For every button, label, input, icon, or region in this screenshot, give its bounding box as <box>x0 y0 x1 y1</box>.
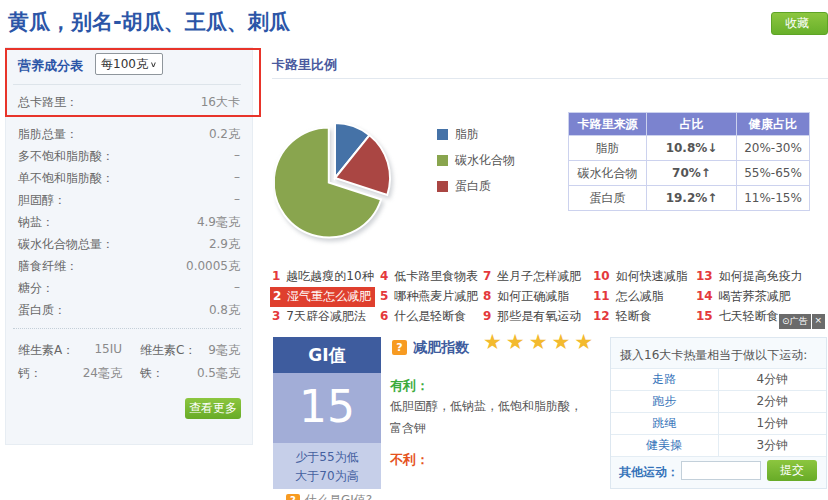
column-header: 占比 <box>647 113 737 136</box>
ad-overlay: ⊙广告 × <box>779 314 825 329</box>
exercise-duration: 4分钟 <box>718 369 826 391</box>
pie-legend: 脂肪 碳水化合物 蛋白质 <box>437 126 515 204</box>
quick-link[interactable]: 9那些是有氧运动 <box>483 308 581 325</box>
question-icon[interactable]: ? <box>392 340 407 355</box>
what-is-gi-text: 什么是GI值? <box>305 492 372 500</box>
percent-cell: 10.8%↓ <box>647 136 737 161</box>
exercise-duration: 3分钟 <box>718 435 826 457</box>
healthy-cell: 55%-65% <box>737 161 810 186</box>
quick-link-highlighted[interactable]: 2湿气重怎么减肥 <box>270 287 375 307</box>
table-row: 脂肪 10.8%↓ 20%-30% <box>569 136 810 161</box>
percent-value: 19.2% <box>666 191 708 205</box>
quick-link[interactable]: 5哪种燕麦片减肥 <box>380 288 478 305</box>
exercise-row: 跑步 2分钟 <box>611 391 826 413</box>
quick-link[interactable]: 4低卡路里食物表 <box>380 268 478 285</box>
nutrient-row: 蛋白质：0.8克 <box>18 302 240 319</box>
row-label: 维生素A： <box>18 342 74 359</box>
calorie-pie-chart <box>275 108 410 248</box>
other-exercise-row: 其他运动： 提交 <box>611 456 826 488</box>
exercise-name-link[interactable]: 跳绳 <box>611 413 718 435</box>
row-label: 多不饱和脂肪酸： <box>18 148 114 165</box>
divider <box>13 84 241 85</box>
link-text: 坐月子怎样减肥 <box>497 269 581 283</box>
ad-close-icon[interactable]: × <box>812 314 826 329</box>
percent-value: 10.8% <box>666 141 708 155</box>
view-more-button[interactable]: 查看更多 <box>185 398 241 419</box>
table-header-row: 卡路里来源 占比 健康占比 <box>569 113 810 136</box>
link-number: 3 <box>272 309 280 323</box>
row-label: 铁： <box>140 365 164 382</box>
legend-label: 蛋白质 <box>455 178 491 195</box>
nutrient-row: 脂肪总量：0.2克 <box>18 126 240 143</box>
legend-label: 碳水化合物 <box>455 152 515 169</box>
quick-link[interactable]: 14喝苦荞茶减肥 <box>696 288 791 305</box>
row-value: 0.0005克 <box>186 258 240 275</box>
pros-text: 富含钾 <box>390 420 426 437</box>
exercise-name-link[interactable]: 走路 <box>611 369 718 391</box>
nutrient-row: 膳食纤维：0.0005克 <box>18 258 240 275</box>
row-value: – <box>234 280 240 297</box>
source-cell: 碳水化合物 <box>569 161 647 186</box>
other-exercise-input[interactable] <box>681 461 761 480</box>
pros-text: 低胆固醇，低钠盐，低饱和脂肪酸， <box>390 398 582 415</box>
quick-link[interactable]: 10如何快速减脂 <box>593 268 688 285</box>
healthy-cell: 11%-15% <box>737 186 810 211</box>
legend-swatch-protein <box>437 181 448 192</box>
row-label: 碳水化合物总量： <box>18 236 114 253</box>
link-text: 那些是有氧运动 <box>497 309 581 323</box>
ad-eye-icon: ⊙ <box>782 316 790 326</box>
row-value: – <box>234 192 240 209</box>
link-text: 如何正确减脂 <box>497 289 569 303</box>
row-value: 15IU <box>94 342 122 359</box>
pros-label: 有利： <box>390 377 429 395</box>
other-exercise-label: 其他运动： <box>619 464 679 481</box>
gi-note-high: 大于70为高 <box>273 467 381 486</box>
row-value: 24毫克 <box>83 365 122 382</box>
quick-link[interactable]: 13如何提高免疫力 <box>696 268 803 285</box>
percent-value: 70% <box>672 166 701 180</box>
quick-link[interactable]: 1越吃越瘦的10种 <box>272 268 374 285</box>
gi-value: 15 <box>273 373 381 443</box>
column-header: 卡路里来源 <box>569 113 647 136</box>
link-text: 如何快速减脂 <box>616 269 688 283</box>
what-is-gi-link[interactable]: ? 什么是GI值? <box>286 492 372 500</box>
nutrition-panel-title: 营养成分表 <box>18 57 83 75</box>
quick-link[interactable]: 15七天轻断食 <box>696 308 779 325</box>
row-label: 钙： <box>18 365 42 382</box>
unit-select[interactable]: 每100克 ∨ <box>95 53 163 75</box>
link-number: 1 <box>272 269 280 283</box>
row-value: – <box>234 148 240 165</box>
legend-item-fat: 脂肪 <box>437 126 515 143</box>
legend-swatch-fat <box>437 129 448 140</box>
percent-cell: 19.2%↑ <box>647 186 737 211</box>
quick-link[interactable]: 7坐月子怎样减肥 <box>483 268 581 285</box>
link-number: 10 <box>593 269 610 283</box>
exercise-name-link[interactable]: 跑步 <box>611 391 718 413</box>
link-number: 11 <box>593 289 610 303</box>
exercise-panel-title: 摄入16大卡热量相当于做以下运动: <box>620 347 807 364</box>
micro-row: 维生素A： 15IU <box>18 342 122 359</box>
quick-link[interactable]: 12轻断食 <box>593 308 652 325</box>
exercise-name-link[interactable]: 健美操 <box>611 435 718 457</box>
divider <box>272 78 828 79</box>
quick-link[interactable]: 6什么是轻断食 <box>380 308 466 325</box>
link-number: 7 <box>483 269 491 283</box>
submit-button[interactable]: 提交 <box>767 460 817 481</box>
favorite-button[interactable]: 收藏我 <box>771 12 828 35</box>
link-text: 如何提高免疫力 <box>719 269 803 283</box>
link-text: 什么是轻断食 <box>394 309 466 323</box>
ad-label: ⊙广告 <box>779 314 811 329</box>
row-value: 0.2克 <box>209 126 240 143</box>
unit-select-value: 每100克 <box>101 56 148 73</box>
dotted-divider <box>13 328 241 329</box>
quick-link[interactable]: 37天辟谷减肥法 <box>272 308 366 325</box>
source-cell: 脂肪 <box>569 136 647 161</box>
quick-link[interactable]: 8如何正确减脂 <box>483 288 569 305</box>
nutrient-row: 单不饱和脂肪酸：– <box>18 170 240 187</box>
exercise-row: 健美操 3分钟 <box>611 435 826 457</box>
column-header: 健康占比 <box>737 113 810 136</box>
link-number: 14 <box>696 289 713 303</box>
gi-notes: 少于55为低 大于70为高 <box>273 443 381 489</box>
quick-link[interactable]: 11怎么减脂 <box>593 288 664 305</box>
arrow-up-icon: ↑ <box>707 191 717 205</box>
